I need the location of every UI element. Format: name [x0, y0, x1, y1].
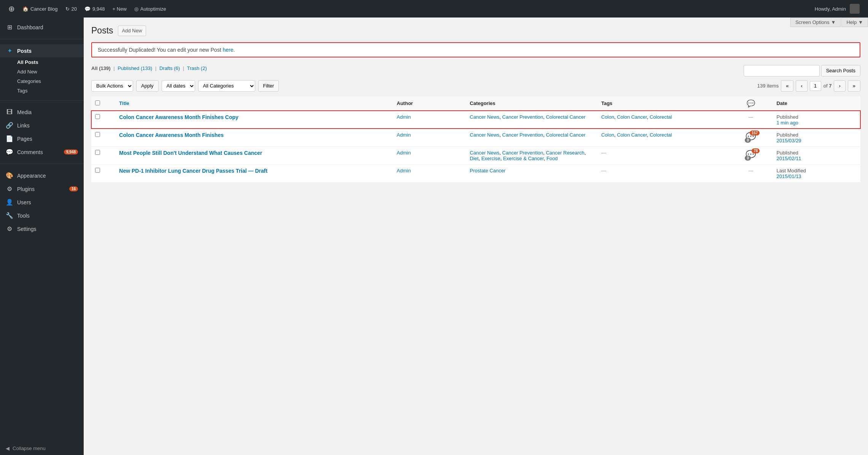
- sidebar-item-tools[interactable]: 🔧 Tools: [0, 209, 84, 222]
- post-tag-link[interactable]: Colon: [601, 132, 614, 138]
- post-tag-link[interactable]: Colorectal: [650, 132, 672, 138]
- sidebar-sub-categories[interactable]: Categories: [17, 76, 84, 86]
- sidebar-item-plugins[interactable]: ⚙ Plugins 16: [0, 182, 84, 196]
- post-title-link[interactable]: New PD-1 Inhibitor Lung Cancer Drug Pass…: [119, 168, 267, 174]
- post-category-link[interactable]: Food: [547, 156, 558, 161]
- post-author-link[interactable]: Admin: [397, 150, 411, 156]
- notice-here-link[interactable]: here: [223, 47, 233, 53]
- post-category-link[interactable]: Cancer Research: [546, 150, 584, 156]
- appearance-icon: 🎨: [6, 172, 13, 179]
- post-category-link[interactable]: Cancer News: [470, 132, 499, 138]
- sidebar-sub-add-new[interactable]: Add New: [17, 67, 84, 76]
- filter-trash[interactable]: Trash (2): [187, 65, 207, 71]
- filter-published[interactable]: Published (133): [118, 65, 152, 71]
- dates-filter[interactable]: All dates: [162, 80, 195, 92]
- date-value[interactable]: 1 min ago: [777, 120, 857, 126]
- post-tag-link[interactable]: Colon: [601, 114, 614, 120]
- table-row: New PD-1 Inhibitor Lung Cancer Drug Pass…: [91, 164, 860, 182]
- sidebar-item-dashboard[interactable]: ⊞ Dashboard: [0, 21, 84, 34]
- search-posts-button[interactable]: Search Posts: [821, 65, 860, 76]
- screen-options-button[interactable]: Screen Options ▼: [790, 18, 841, 27]
- sidebar-item-users[interactable]: 👤 Users: [0, 196, 84, 209]
- sidebar-item-media[interactable]: 🎞 Media: [0, 106, 84, 119]
- post-category-link[interactable]: Cancer News: [470, 150, 499, 156]
- plugins-icon: ⚙: [6, 185, 13, 192]
- updates[interactable]: ↻ 20: [62, 0, 81, 18]
- date-value[interactable]: 2015/02/11: [777, 156, 857, 161]
- sidebar-item-comments[interactable]: 💬 Comments 9,948: [0, 145, 84, 159]
- post-category-link[interactable]: Colorectal Cancer: [546, 114, 585, 120]
- howdy[interactable]: Howdy, Admin: [811, 0, 863, 18]
- categories-filter[interactable]: All Categories: [198, 80, 255, 92]
- post-category-link[interactable]: Prostate Cancer: [470, 168, 506, 173]
- post-tag-link[interactable]: Colon Cancer: [617, 114, 647, 120]
- row-checkbox[interactable]: [95, 114, 100, 119]
- sidebar-sub-all-posts[interactable]: All Posts: [17, 57, 84, 67]
- sidebar-item-links[interactable]: 🔗 Links: [0, 119, 84, 132]
- date-value[interactable]: 2015/01/13: [777, 173, 857, 179]
- users-icon: 👤: [6, 199, 13, 206]
- media-icon: 🎞: [6, 109, 13, 116]
- filter-drafts[interactable]: Drafts (6): [159, 65, 180, 71]
- autoptimize[interactable]: ◎ Autoptimize: [130, 0, 170, 18]
- date-label: Published: [777, 132, 798, 138]
- post-tag-link[interactable]: Colorectal: [650, 114, 672, 120]
- post-category-link[interactable]: Cancer Prevention: [502, 132, 543, 138]
- post-category-link[interactable]: Cancer Prevention: [502, 114, 543, 120]
- wp-logo[interactable]: ⊕: [5, 0, 19, 18]
- sidebar-item-appearance[interactable]: 🎨 Appearance: [0, 169, 84, 182]
- bulk-actions-select[interactable]: Bulk Actions: [91, 80, 133, 92]
- comments-adminbar[interactable]: 💬 9,948: [81, 0, 109, 18]
- last-page-button[interactable]: »: [848, 80, 860, 92]
- post-category-link[interactable]: Exercise & Cancer: [503, 156, 544, 161]
- comment-count: 💬078: [746, 150, 756, 160]
- table-row: Colon Cancer Awareness Month FinishesAdm…: [91, 129, 860, 146]
- post-category-link[interactable]: Exercise: [481, 156, 500, 161]
- comment-approved-count: 0: [745, 138, 751, 143]
- sidebar-item-pages[interactable]: 📄 Pages: [0, 132, 84, 145]
- title-sort[interactable]: Title: [119, 100, 129, 106]
- settings-icon: ⚙: [6, 225, 13, 232]
- new-content[interactable]: + New: [109, 0, 130, 18]
- first-page-button[interactable]: «: [781, 80, 793, 92]
- post-category-link[interactable]: Colorectal Cancer: [546, 132, 585, 138]
- filter-all[interactable]: All (139): [91, 65, 111, 71]
- row-checkbox[interactable]: [95, 132, 100, 137]
- add-new-button[interactable]: Add New: [118, 25, 146, 36]
- sidebar-item-posts[interactable]: ✦ Posts: [0, 44, 84, 57]
- post-author-link[interactable]: Admin: [397, 132, 411, 138]
- post-author-link[interactable]: Admin: [397, 168, 411, 173]
- posts-submenu: All Posts Add New Categories Tags: [0, 57, 84, 95]
- post-author-link[interactable]: Admin: [397, 114, 411, 120]
- filter-button[interactable]: Filter: [258, 80, 279, 92]
- apply-button[interactable]: Apply: [136, 80, 159, 92]
- site-name[interactable]: 🏠 Cancer Blog: [19, 0, 62, 18]
- help-button[interactable]: Help ▼: [841, 18, 868, 27]
- post-tag-link[interactable]: Colon Cancer: [617, 132, 647, 138]
- post-title-link[interactable]: Most People Still Don't Understand What …: [119, 150, 262, 156]
- select-all-checkbox[interactable]: [95, 100, 100, 105]
- search-input[interactable]: [744, 65, 820, 76]
- comments-col-header: 💬: [729, 96, 773, 111]
- categories-col-header: Categories: [466, 96, 598, 111]
- date-value[interactable]: 2015/03/29: [777, 138, 857, 143]
- row-checkbox[interactable]: [95, 150, 100, 155]
- next-page-button[interactable]: ›: [834, 80, 845, 92]
- tools-icon: 🔧: [6, 212, 13, 219]
- post-category-link[interactable]: Cancer Prevention: [502, 150, 543, 156]
- updates-icon: ↻: [65, 6, 70, 12]
- table-row: Most People Still Don't Understand What …: [91, 146, 860, 164]
- filter-links: All (139) | Published (133) | Drafts (6)…: [91, 65, 207, 71]
- post-title-link[interactable]: Colon Cancer Awareness Month Finishes: [119, 132, 224, 138]
- sidebar-sub-tags[interactable]: Tags: [17, 86, 84, 95]
- post-title-link[interactable]: Colon Cancer Awareness Month Finishes Co…: [119, 114, 238, 120]
- row-checkbox[interactable]: [95, 168, 100, 173]
- sidebar-item-settings[interactable]: ⚙ Settings: [0, 222, 84, 235]
- pages-icon: 📄: [6, 135, 13, 142]
- page-input[interactable]: [810, 81, 821, 91]
- collapse-menu[interactable]: ◀ Collapse menu: [0, 442, 84, 455]
- post-category-link[interactable]: Diet: [470, 156, 479, 161]
- links-icon: 🔗: [6, 122, 13, 129]
- post-category-link[interactable]: Cancer News: [470, 114, 499, 120]
- prev-page-button[interactable]: ‹: [796, 80, 807, 92]
